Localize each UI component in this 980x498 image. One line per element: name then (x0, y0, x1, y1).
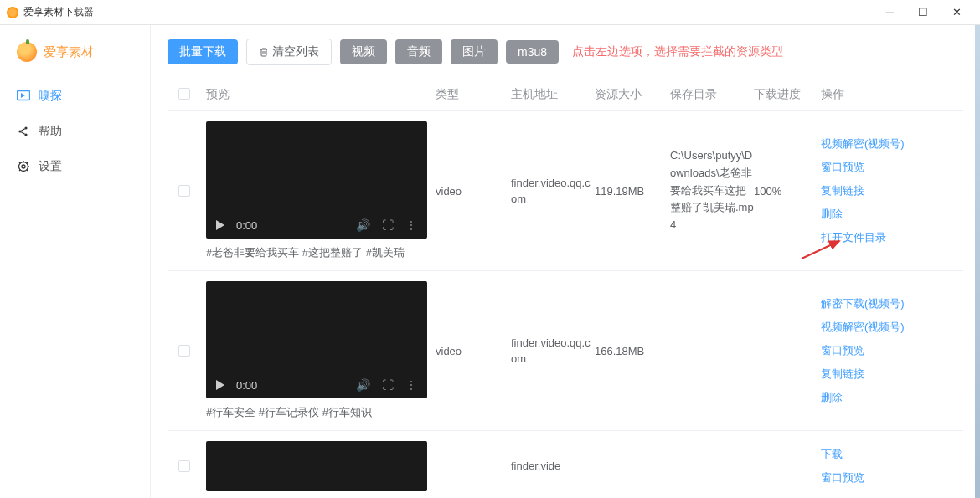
fullscreen-icon[interactable]: ⛶ (382, 218, 394, 232)
video-time: 0:00 (236, 219, 257, 232)
col-path: 保存目录 (670, 87, 754, 102)
size-cell (595, 441, 670, 491)
close-button[interactable]: ✕ (940, 1, 973, 24)
col-preview: 预览 (201, 87, 436, 102)
logo-text: 爱享素材 (44, 44, 94, 60)
path-cell (670, 441, 754, 491)
svg-point-5 (22, 165, 25, 168)
video-preview[interactable] (206, 441, 427, 491)
op-delete[interactable]: 删除 (821, 388, 963, 407)
video-time: 0:00 (236, 379, 257, 392)
background-strip (975, 25, 980, 498)
batch-download-button[interactable]: 批量下载 (168, 39, 238, 64)
filter-hint: 点击左边选项，选择需要拦截的资源类型 (572, 44, 783, 59)
toolbar: 批量下载 清空列表 视频 音频 图片 m3u8 点击左边选项，选择需要拦截的资源… (168, 39, 963, 65)
op-preview[interactable]: 窗口预览 (821, 341, 963, 360)
host-cell: finder.video.qq.com (511, 121, 595, 260)
size-cell: 119.19MB (595, 121, 670, 260)
table-header: 预览 类型 主机地址 资源大小 保存目录 下载进度 操作 (168, 79, 963, 111)
size-cell: 166.18MB (595, 281, 670, 420)
nav-label: 嗅探 (39, 89, 62, 104)
path-cell: C:\Users\putyy\Downloads\老爸非要给我买车这把整赔了凯美… (670, 121, 754, 260)
maximize-button[interactable]: ☐ (906, 1, 940, 24)
op-decrypt-download[interactable]: 解密下载(视频号) (821, 295, 963, 313)
col-host: 主机地址 (511, 87, 595, 102)
filter-image-button[interactable]: 图片 (451, 39, 498, 64)
op-preview[interactable]: 窗口预览 (821, 469, 963, 487)
filter-m3u8-button[interactable]: m3u8 (506, 40, 559, 64)
row-checkbox[interactable] (178, 345, 190, 357)
more-icon[interactable]: ⋮ (405, 218, 417, 232)
video-caption: #行车安全 #行车记录仪 #行车知识 (206, 405, 436, 420)
type-cell: video (436, 121, 511, 260)
host-cell: finder.video.qq.com (511, 281, 595, 420)
more-icon[interactable]: ⋮ (405, 378, 417, 392)
play-icon[interactable] (216, 220, 224, 230)
app-icon (7, 7, 18, 18)
resource-table: 预览 类型 主机地址 资源大小 保存目录 下载进度 操作 0:00 (168, 79, 963, 498)
op-download[interactable]: 下载 (821, 445, 963, 464)
table-row: 0:00 🔊 ⛶ ⋮ #老爸非要给我买车 #这把整赔了 #凯美瑞 video f… (168, 111, 963, 271)
logo: 爱享素材 (0, 42, 150, 79)
type-cell: video (436, 281, 511, 420)
video-caption: #老爸非要给我买车 #这把整赔了 #凯美瑞 (206, 245, 436, 260)
select-all-checkbox[interactable] (178, 88, 190, 100)
sniff-icon (17, 90, 30, 103)
window-title: 爱享素材下载器 (23, 5, 873, 19)
window-controls: ─ ☐ ✕ (873, 1, 973, 24)
nav-label: 帮助 (39, 124, 62, 139)
video-preview[interactable]: 0:00 🔊 ⛶ ⋮ (206, 281, 427, 398)
video-preview[interactable]: 0:00 🔊 ⛶ ⋮ (206, 121, 427, 239)
progress-cell (754, 281, 821, 420)
volume-icon[interactable]: 🔊 (356, 378, 370, 392)
op-delete[interactable]: 删除 (821, 205, 963, 223)
col-size: 资源大小 (595, 87, 670, 102)
nav-label: 设置 (39, 159, 62, 174)
logo-icon (17, 42, 37, 62)
op-preview[interactable]: 窗口预览 (821, 158, 963, 177)
sidebar: 爱享素材 嗅探 帮助 设置 (0, 25, 151, 498)
col-type: 类型 (436, 87, 511, 102)
op-open-folder[interactable]: 打开文件目录 (821, 228, 963, 247)
progress-cell (754, 441, 821, 491)
main-content: 批量下载 清空列表 视频 音频 图片 m3u8 点击左边选项，选择需要拦截的资源… (151, 25, 980, 498)
row-checkbox[interactable] (178, 185, 190, 197)
col-ops: 操作 (821, 87, 963, 102)
minimize-button[interactable]: ─ (873, 1, 906, 24)
row-checkbox[interactable] (178, 460, 190, 472)
op-decrypt[interactable]: 视频解密(视频号) (821, 135, 963, 153)
op-copy[interactable]: 复制链接 (821, 365, 963, 383)
clear-list-button[interactable]: 清空列表 (246, 39, 332, 65)
titlebar: 爱享素材下载器 ─ ☐ ✕ (0, 0, 980, 25)
play-icon[interactable] (216, 380, 224, 390)
nav-settings[interactable]: 设置 (0, 149, 150, 184)
gear-icon (17, 160, 30, 173)
op-decrypt[interactable]: 视频解密(视频号) (821, 318, 963, 336)
col-progress: 下载进度 (754, 87, 821, 102)
volume-icon[interactable]: 🔊 (356, 218, 370, 232)
filter-video-button[interactable]: 视频 (340, 39, 387, 64)
help-icon (17, 125, 30, 138)
fullscreen-icon[interactable]: ⛶ (382, 378, 394, 392)
table-row: 0:00 🔊 ⛶ ⋮ #行车安全 #行车记录仪 #行车知识 video find… (168, 271, 963, 431)
op-copy[interactable]: 复制链接 (821, 182, 963, 200)
filter-audio-button[interactable]: 音频 (395, 39, 442, 64)
progress-cell: 100% (754, 121, 821, 260)
type-cell (436, 441, 511, 491)
nav-help[interactable]: 帮助 (0, 114, 150, 149)
host-cell: finder.vide (511, 441, 595, 491)
trash-icon (259, 47, 269, 57)
table-row: finder.vide 下载 窗口预览 (168, 431, 963, 498)
path-cell (670, 281, 754, 420)
nav-sniff[interactable]: 嗅探 (0, 79, 150, 114)
